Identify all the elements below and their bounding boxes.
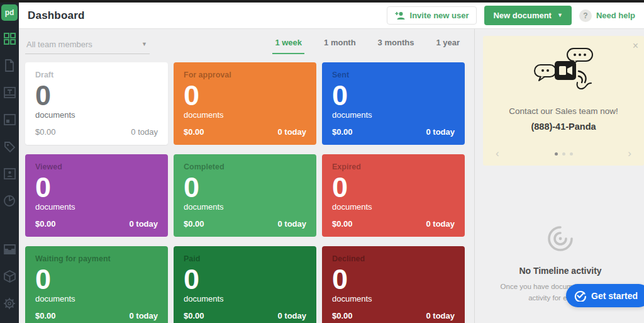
card-amount: $0.00 <box>35 311 56 320</box>
window-top-strip <box>0 0 644 3</box>
card-expired[interactable]: Expired 0 documents $0.00 0 today <box>322 154 465 237</box>
get-started-label: Get started <box>591 291 638 301</box>
template-icon <box>4 87 16 98</box>
card-footer: $0.00 0 today <box>35 127 158 137</box>
card-waiting-for-payment[interactable]: Waiting for payment 0 documents $0.00 0 … <box>25 246 168 323</box>
video-call-illustration <box>523 46 604 100</box>
card-title: Viewed <box>35 162 158 171</box>
team-members-dropdown[interactable]: All team members ▼ <box>25 38 150 54</box>
carousel-dot[interactable] <box>555 152 558 156</box>
card-unit: documents <box>332 110 455 120</box>
sidebar-item-catalog[interactable] <box>2 139 17 154</box>
tab-3-months[interactable]: 3 months <box>375 38 417 54</box>
card-today: 0 today <box>426 219 455 229</box>
card-count: 0 <box>35 173 158 201</box>
card-unit: documents <box>35 110 158 120</box>
chevron-down-icon: ▼ <box>142 42 147 47</box>
header-actions: Invite new user New document ▼ ? Need he… <box>387 6 635 25</box>
card-viewed[interactable]: Viewed 0 documents $0.00 0 today <box>25 154 168 237</box>
card-today: 0 today <box>129 219 158 229</box>
card-for-approval[interactable]: For approval 0 documents $0.00 0 today <box>174 62 316 145</box>
card-draft[interactable]: Draft 0 documents $0.00 0 today <box>25 62 168 145</box>
close-icon[interactable]: × <box>633 41 638 51</box>
card-footer: $0.00 0 today <box>332 219 455 229</box>
sidebar-item-settings[interactable] <box>2 296 17 311</box>
card-amount: $0.00 <box>332 219 353 229</box>
main-panel: All team members ▼ 1 week 1 month 3 mont… <box>19 29 475 323</box>
card-amount: $0.00 <box>184 127 204 137</box>
carousel-next-icon[interactable]: › <box>628 149 631 158</box>
sidebar-item-add-ons[interactable] <box>2 269 17 284</box>
right-panel: × Contact our Sales team now! (888)-41- <box>475 29 644 323</box>
card-completed[interactable]: Completed 0 documents $0.00 0 today <box>174 154 316 237</box>
contacts-icon <box>4 168 16 179</box>
period-tabs: 1 week 1 month 3 months 1 year <box>272 38 465 54</box>
promo-heading: Contact our Sales team now! <box>483 106 644 116</box>
card-amount: $0.00 <box>332 311 353 320</box>
card-today: 0 today <box>277 219 306 229</box>
card-unit: documents <box>184 294 306 303</box>
pandadoc-logo[interactable]: pd <box>1 4 18 21</box>
card-title: Paid <box>184 254 306 263</box>
card-count: 0 <box>184 173 306 201</box>
promo-phone-number: (888)-41-Panda <box>483 122 644 132</box>
sidebar-item-templates[interactable] <box>2 85 17 100</box>
carousel-dot[interactable] <box>562 152 565 156</box>
card-title: Sent <box>332 71 455 79</box>
card-paid[interactable]: Paid 0 documents $0.00 0 today <box>174 246 316 323</box>
card-count: 0 <box>184 81 306 110</box>
card-title: Draft <box>35 71 158 79</box>
sidebar-item-dashboard[interactable] <box>2 31 17 46</box>
timeline-icon <box>546 224 575 253</box>
card-footer: $0.00 0 today <box>184 127 306 137</box>
card-count: 0 <box>184 265 306 293</box>
card-unit: documents <box>332 202 455 212</box>
team-members-dropdown-value: All team members <box>26 40 92 49</box>
tab-1-year[interactable]: 1 year <box>433 38 462 54</box>
new-document-button[interactable]: New document ▼ <box>484 6 571 25</box>
card-title: Expired <box>332 162 455 171</box>
sidebar-item-reports[interactable] <box>2 193 17 208</box>
card-count: 0 <box>35 81 158 110</box>
invite-new-user-button[interactable]: Invite new user <box>387 6 477 25</box>
question-mark-icon: ? <box>579 9 592 22</box>
invite-new-user-label: Invite new user <box>410 11 469 20</box>
carousel-prev-icon[interactable]: ‹ <box>496 149 499 158</box>
sales-promo-card: × Contact our Sales team now! (888)-41- <box>483 36 644 166</box>
card-count: 0 <box>332 173 455 201</box>
card-unit: documents <box>184 110 306 120</box>
tab-1-week[interactable]: 1 week <box>272 38 304 54</box>
card-unit: documents <box>35 202 158 212</box>
chevron-down-icon: ▼ <box>557 13 563 18</box>
pie-chart-icon <box>3 195 16 207</box>
need-help-button[interactable]: ? Need help <box>579 9 635 22</box>
timeline-title: No Timeline activity <box>483 266 638 276</box>
card-title: For approval <box>184 71 306 79</box>
card-today: 0 today <box>129 311 158 320</box>
tab-1-month[interactable]: 1 month <box>321 38 358 54</box>
sidebar-item-content-library[interactable] <box>2 112 17 127</box>
card-today: 0 today <box>426 311 455 320</box>
document-icon <box>4 59 15 72</box>
card-today: 0 today <box>277 127 306 137</box>
dashboard-grid-icon <box>4 33 16 45</box>
card-unit: documents <box>35 294 158 303</box>
sidebar: pd <box>0 0 19 323</box>
card-sent[interactable]: Sent 0 documents $0.00 0 today <box>322 62 465 145</box>
card-amount: $0.00 <box>184 311 204 320</box>
card-amount: $0.00 <box>35 127 56 137</box>
card-count: 0 <box>332 81 455 110</box>
get-started-button[interactable]: Get started <box>566 284 644 307</box>
gear-icon <box>3 297 16 310</box>
sidebar-item-contacts[interactable] <box>2 166 17 181</box>
carousel-dot[interactable] <box>570 152 573 156</box>
card-footer: $0.00 0 today <box>332 127 455 137</box>
page-title: Dashboard <box>28 9 85 22</box>
sidebar-item-documents[interactable] <box>2 58 17 73</box>
cube-icon <box>4 270 16 283</box>
card-declined[interactable]: Declined 0 documents $0.00 0 today <box>322 246 465 323</box>
card-footer: $0.00 0 today <box>184 311 306 320</box>
check-circle-icon <box>574 290 586 302</box>
sidebar-item-inbox[interactable] <box>2 242 17 257</box>
card-today: 0 today <box>131 127 158 137</box>
